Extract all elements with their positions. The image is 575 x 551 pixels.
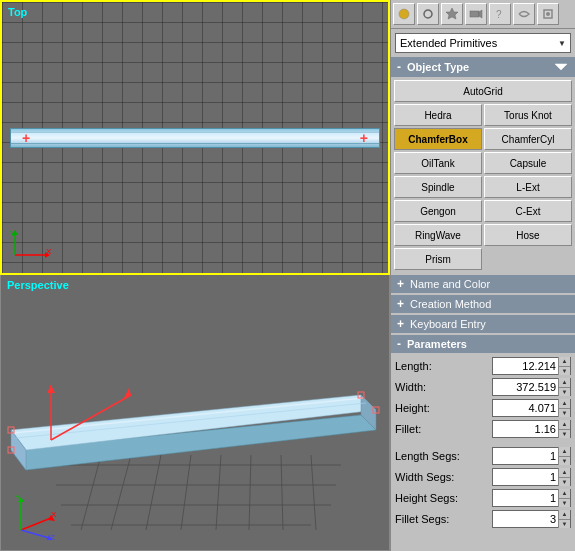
viewport-top[interactable]: Top + + X Y (0, 0, 390, 275)
height-segs-input[interactable] (493, 490, 558, 506)
width-segs-spinner-down[interactable]: ▼ (559, 478, 570, 487)
parameters-content: Length: ▲ ▼ Width: ▲ ▼ (391, 353, 575, 535)
dropdown-row: Extended Primitives ▼ (391, 29, 575, 57)
torus-knot-button[interactable]: Torus Knot (484, 104, 572, 126)
width-input[interactable] (493, 379, 558, 395)
fillet-input-container: ▲ ▼ (492, 420, 571, 438)
object-type-header[interactable]: - Object Type (391, 57, 575, 77)
width-segs-spinner-up[interactable]: ▲ (559, 468, 570, 478)
viewport-top-label: Top (4, 4, 31, 20)
l-ext-button[interactable]: L-Ext (484, 176, 572, 198)
perspective-bg: Perspective (1, 275, 389, 550)
length-input[interactable] (493, 358, 558, 374)
fillet-segs-spinner-down[interactable]: ▼ (559, 520, 570, 529)
height-spinner-down[interactable]: ▼ (559, 409, 570, 418)
autogrid-button[interactable]: AutoGrid (394, 80, 572, 102)
height-input[interactable] (493, 400, 558, 416)
width-spinner-down[interactable]: ▼ (559, 388, 570, 397)
svg-line-38 (21, 530, 49, 538)
svg-marker-43 (446, 8, 458, 19)
width-spinner[interactable]: ▲ ▼ (558, 378, 570, 396)
main-container: Top + + X Y (0, 0, 575, 551)
parameters-header[interactable]: - Parameters (391, 335, 575, 353)
capsule-button[interactable]: Capsule (484, 152, 572, 174)
object-type-grid: AutoGrid Hedra Torus Knot ChamferBox Cha… (391, 77, 575, 273)
viewport-perspective-label: Perspective (3, 277, 73, 293)
height-spinner-up[interactable]: ▲ (559, 399, 570, 409)
height-segs-spinner-up[interactable]: ▲ (559, 489, 570, 499)
length-segs-spinner[interactable]: ▲ ▼ (558, 447, 570, 465)
svg-text:X: X (46, 247, 52, 256)
fillet-segs-spinner-up[interactable]: ▲ (559, 510, 570, 520)
object-type-collapse-icon: - (397, 60, 401, 74)
fillet-segs-spinner[interactable]: ▲ ▼ (558, 510, 570, 528)
length-segs-spinner-down[interactable]: ▼ (559, 457, 570, 466)
height-segs-spinner[interactable]: ▲ ▼ (558, 489, 570, 507)
name-color-header[interactable]: + Name and Color (391, 275, 575, 293)
length-spinner[interactable]: ▲ ▼ (558, 357, 570, 375)
dropdown-value: Extended Primitives (400, 37, 497, 49)
keyboard-entry-title: Keyboard Entry (410, 318, 486, 330)
height-segs-label: Height Segs: (395, 492, 470, 504)
ring-wave-button[interactable]: RingWave (394, 224, 482, 246)
chamfer-box-button[interactable]: ChamferBox (394, 128, 482, 150)
svg-rect-44 (470, 11, 479, 17)
create-spacewarps-btn[interactable] (513, 3, 535, 25)
create-shapes-btn[interactable] (417, 3, 439, 25)
height-input-container: ▲ ▼ (492, 399, 571, 417)
length-segs-input[interactable] (493, 448, 558, 464)
spindle-button[interactable]: Spindle (394, 176, 482, 198)
fillet-segs-input[interactable] (493, 511, 558, 527)
fillet-label: Fillet: (395, 423, 470, 435)
c-ext-button[interactable]: C-Ext (484, 200, 572, 222)
hose-button[interactable]: Hose (484, 224, 572, 246)
svg-marker-49 (555, 64, 567, 70)
svg-marker-29 (123, 388, 131, 400)
viewport-perspective[interactable]: Perspective (0, 275, 390, 551)
svg-text:X: X (51, 510, 57, 519)
svg-line-17 (311, 455, 316, 530)
length-segs-label: Length Segs: (395, 450, 470, 462)
hedra-button[interactable]: Hedra (394, 104, 482, 126)
width-spinner-up[interactable]: ▲ (559, 378, 570, 388)
width-segs-spinner[interactable]: ▲ ▼ (558, 468, 570, 486)
svg-marker-45 (479, 10, 482, 18)
svg-line-14 (216, 455, 221, 530)
prism-button[interactable]: Prism (394, 248, 482, 270)
name-color-icon: + (397, 277, 404, 291)
height-row: Height: ▲ ▼ (395, 399, 571, 417)
create-cameras-btn[interactable] (465, 3, 487, 25)
height-segs-spinner-down[interactable]: ▼ (559, 499, 570, 508)
extended-primitives-dropdown[interactable]: Extended Primitives ▼ (395, 33, 571, 53)
dropdown-arrow-icon: ▼ (558, 39, 566, 48)
svg-point-41 (399, 9, 409, 19)
width-row: Width: ▲ ▼ (395, 378, 571, 396)
svg-text:Y: Y (15, 493, 21, 502)
create-geometry-btn[interactable] (393, 3, 415, 25)
width-input-container: ▲ ▼ (492, 378, 571, 396)
creation-method-icon: + (397, 297, 404, 311)
create-helpers-btn[interactable]: ? (489, 3, 511, 25)
fillet-spinner[interactable]: ▲ ▼ (558, 420, 570, 438)
keyboard-entry-icon: + (397, 317, 404, 331)
keyboard-entry-header[interactable]: + Keyboard Entry (391, 315, 575, 333)
gengon-button[interactable]: Gengon (394, 200, 482, 222)
fillet-segs-input-container: ▲ ▼ (492, 510, 571, 528)
oil-tank-button[interactable]: OilTank (394, 152, 482, 174)
width-segs-input[interactable] (493, 469, 558, 485)
chamfer-cyl-button[interactable]: ChamferCyl (484, 128, 572, 150)
width-segs-row: Width Segs: ▲ ▼ (395, 468, 571, 486)
length-spinner-down[interactable]: ▼ (559, 367, 570, 376)
create-lights-btn[interactable] (441, 3, 463, 25)
fillet-spinner-up[interactable]: ▲ (559, 420, 570, 430)
viewport-grid: + + X Y (2, 2, 388, 273)
create-systems-btn[interactable] (537, 3, 559, 25)
creation-method-title: Creation Method (410, 298, 491, 310)
svg-line-15 (249, 455, 251, 530)
creation-method-header[interactable]: + Creation Method (391, 295, 575, 313)
fillet-spinner-down[interactable]: ▼ (559, 430, 570, 439)
length-segs-spinner-up[interactable]: ▲ (559, 447, 570, 457)
fillet-input[interactable] (493, 421, 558, 437)
length-spinner-up[interactable]: ▲ (559, 357, 570, 367)
height-spinner[interactable]: ▲ ▼ (558, 399, 570, 417)
